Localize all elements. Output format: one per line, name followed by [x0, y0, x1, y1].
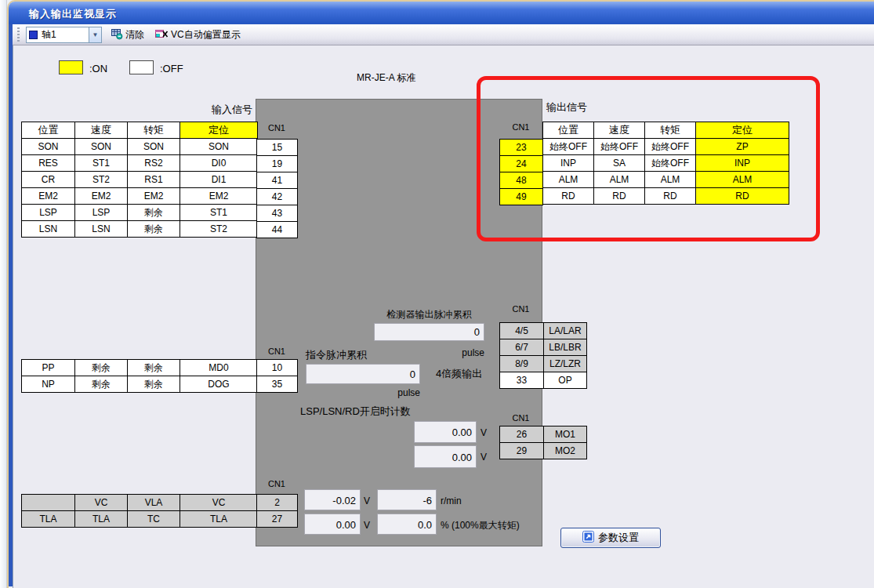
cell: 剩余	[128, 205, 180, 221]
pin-cell: 33	[500, 372, 544, 389]
pin-cell: 43	[257, 205, 298, 222]
cell: 剩余	[75, 376, 128, 393]
cell: TLA	[75, 511, 128, 528]
vc-offset-button[interactable]: VC自动偏置显示	[153, 26, 243, 44]
table-row: 44	[257, 222, 298, 238]
pin-cell: 27	[257, 511, 298, 528]
table-row: 43	[257, 205, 298, 222]
lsp-voltage-1: 0.00	[414, 421, 477, 443]
cell: TLA	[180, 511, 258, 528]
cell: DI1	[180, 172, 258, 188]
cell: EM2	[75, 188, 128, 205]
analog-pin-column: 2 27	[256, 494, 298, 528]
cell: SON	[128, 139, 180, 155]
speed-readout-unit: r/min	[441, 495, 462, 506]
legend-off-swatch	[129, 60, 154, 74]
cell: CR	[22, 172, 75, 188]
cell: DOG	[180, 376, 258, 393]
cell: PP	[22, 360, 75, 376]
pin-cell: 6/7	[500, 339, 544, 356]
table-row: EM2EM2EM2EM2	[22, 188, 258, 205]
table-row: LSNLSN剩余ST2	[22, 221, 258, 238]
table-row: 4/5LA/LAR	[500, 323, 587, 339]
cell: VC	[180, 495, 258, 511]
lsp-voltage-2: 0.00	[414, 445, 477, 468]
cell: MD0	[180, 360, 258, 376]
lsp-voltage-1-unit: V	[481, 427, 487, 438]
table-row: 6/7LB/LBR	[500, 339, 587, 356]
clear-icon	[111, 27, 123, 42]
mo-cn1-label: CN1	[499, 413, 542, 423]
lsp-counter-label: LSP/LSN/RD开启时计数	[300, 405, 411, 419]
analog-cn1-label: CN1	[256, 479, 297, 488]
cell: DI0	[180, 155, 258, 172]
mo-pin-table: 26MO1 29MO2	[499, 426, 587, 459]
pin-cell: 41	[257, 172, 298, 189]
axis-color-icon	[29, 31, 38, 39]
param-settings-button[interactable]: 参数设置	[560, 528, 661, 548]
pin-cell: 8/9	[500, 356, 544, 372]
legend-on-swatch	[59, 60, 83, 74]
signal-cell: LB/LBR	[544, 339, 587, 356]
header-cell: 速度	[75, 122, 128, 139]
analog-voltage-1: -0.02	[304, 489, 361, 510]
pin-cell: 35	[257, 376, 298, 393]
signal-cell: LA/LAR	[544, 323, 587, 339]
command-pulse-label: 指令脉冲累积	[306, 348, 367, 362]
command-pulse-unit: pulse	[306, 387, 420, 398]
input-header-row: 位置 速度 转矩 定位	[22, 122, 258, 139]
cell: TC	[128, 511, 180, 528]
signal-cell: MO1	[544, 426, 587, 443]
pin-cell: 10	[257, 360, 298, 376]
cell: VLA	[128, 495, 180, 511]
cell: VC	[75, 495, 128, 511]
signal-cell: OP	[544, 372, 587, 389]
table-row: CRST2RS1DI1	[22, 172, 258, 188]
cell: RES	[22, 155, 75, 172]
cell: EM2	[128, 188, 180, 205]
param-settings-label: 参数设置	[598, 531, 639, 545]
cell: ST1	[180, 205, 258, 221]
window-title: 输入输出监视显示	[29, 7, 117, 21]
lsp-voltage-2-unit: V	[481, 452, 487, 463]
analog-voltage-2-unit: V	[364, 520, 370, 531]
table-row: LSPLSP剩余ST1	[22, 205, 258, 221]
dropdown-arrow-icon[interactable]: ▼	[89, 27, 101, 42]
signal-cell: MO2	[544, 443, 587, 459]
table-row: 33OP	[500, 372, 587, 389]
encoder-pulse-label: 检测器输出脉冲累积	[374, 308, 484, 321]
pin-cell: 29	[500, 443, 544, 459]
table-row: TLATLATCTLA	[22, 511, 258, 528]
vc-offset-icon	[155, 27, 169, 42]
header-cell: 转矩	[128, 122, 180, 139]
cell: EM2	[22, 188, 75, 205]
analog-voltage-2: 0.00	[304, 514, 361, 535]
cell: ST2	[75, 172, 128, 188]
encoder-pulse-value: 0	[374, 323, 484, 341]
pin-cell: 19	[257, 156, 298, 172]
pulse-pin-column: 10 35	[256, 359, 298, 393]
table-row: 10	[257, 360, 298, 376]
analog-input-table: VCVLAVC TLATLATCTLA	[21, 494, 258, 528]
torque-readout-unit: % (100%最大转矩)	[441, 519, 520, 532]
table-row: NP剩余剩余DOG	[22, 376, 258, 393]
table-row: 35	[257, 376, 298, 393]
table-row: 26MO1	[500, 426, 587, 443]
clear-button-label: 清除	[125, 28, 144, 42]
clear-button[interactable]: 清除	[108, 26, 147, 44]
pulse-io-table: PP剩余剩余MD0 NP剩余剩余DOG	[21, 359, 258, 393]
model-label: MR-JE-A 标准	[357, 71, 415, 85]
cell-disabled	[22, 495, 75, 511]
pin-cell: 44	[257, 222, 298, 238]
axis-select[interactable]: 轴1 ▼	[26, 27, 102, 43]
title-bar: 输入输出监视显示	[9, 2, 874, 24]
cell: SON	[75, 139, 128, 155]
speed-readout: -6	[377, 489, 437, 510]
table-row: 2	[257, 495, 298, 511]
toolbar-grip[interactable]	[17, 27, 20, 42]
table-row: VCVLAVC	[22, 495, 258, 511]
axis-select-value: 轴1	[42, 28, 56, 42]
table-row: 8/9LZ/LZR	[500, 356, 587, 372]
encoder-pin-table: 4/5LA/LAR 6/7LB/LBR 8/9LZ/LZR 33OP	[499, 322, 587, 389]
pin-cell: 26	[500, 426, 544, 443]
